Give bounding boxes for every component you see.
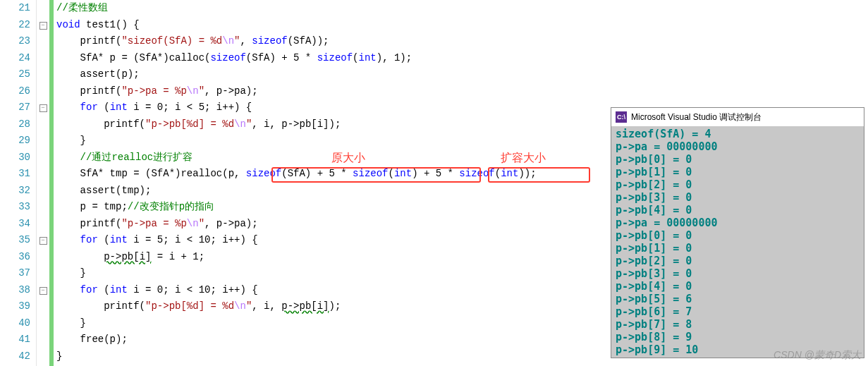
code-text: printf( <box>56 35 121 47</box>
console-output: sizeof(SfA) = 4 p->pa = 00000000 p->pb[0… <box>611 126 864 358</box>
vs-icon: C:\ <box>616 111 627 123</box>
console-line: p->pb[0] = 0 <box>616 153 860 166</box>
line-number: 36 <box>0 249 30 266</box>
fold-gutter: − − − − <box>37 0 49 366</box>
line-number: 23 <box>0 33 30 50</box>
line-number: 22 <box>0 17 30 34</box>
fold-toggle[interactable]: − <box>39 104 47 112</box>
console-titlebar[interactable]: C:\ Microsoft Visual Studio 调试控制台 <box>611 108 864 126</box>
line-number: 27 <box>0 99 30 116</box>
console-line: p->pb[6] = 7 <box>616 305 860 318</box>
line-number: 32 <box>0 183 30 200</box>
console-line: p->pb[2] = 0 <box>616 178 860 191</box>
fold-toggle[interactable]: − <box>39 287 47 295</box>
console-line: p->pb[1] = 0 <box>616 242 860 255</box>
console-line: p->pb[8] = 9 <box>616 331 860 343</box>
code-text: void <box>56 19 80 30</box>
console-line: p->pb[1] = 0 <box>616 166 860 178</box>
line-number: 24 <box>0 50 30 67</box>
line-number: 42 <box>0 348 30 365</box>
line-number: 35 <box>0 232 30 249</box>
line-number: 26 <box>0 83 30 100</box>
line-number: 31 <box>0 166 30 183</box>
console-line: p->pb[0] = 0 <box>616 229 860 242</box>
console-line: p->pb[7] = 8 <box>616 318 860 331</box>
line-number: 37 <box>0 265 30 282</box>
line-number: 33 <box>0 199 30 216</box>
console-line: p->pb[5] = 6 <box>616 293 860 305</box>
code-text: test1() { <box>80 19 140 30</box>
line-number: 41 <box>0 331 30 348</box>
console-title-text: Microsoft Visual Studio 调试控制台 <box>631 111 762 123</box>
line-number: 39 <box>0 298 30 315</box>
console-line: sizeof(SfA) = 4 <box>616 128 860 140</box>
line-number: 34 <box>0 216 30 233</box>
line-number: 40 <box>0 315 30 332</box>
annotation-original-size: 原大小 <box>331 151 365 166</box>
code-text: //柔性数组 <box>56 2 108 13</box>
debug-console-window[interactable]: C:\ Microsoft Visual Studio 调试控制台 sizeof… <box>611 107 864 358</box>
line-number: 29 <box>0 133 30 150</box>
console-line: p->pb[3] = 0 <box>616 267 860 280</box>
console-line: p->pb[3] = 0 <box>616 191 860 204</box>
watermark: CSDN @蒙奇D索大 <box>774 349 861 362</box>
line-number: 38 <box>0 282 30 299</box>
fold-toggle[interactable]: − <box>39 237 47 245</box>
fold-toggle[interactable]: − <box>39 22 47 30</box>
line-number: 25 <box>0 66 30 83</box>
console-line: p->pa = 00000000 <box>616 216 860 229</box>
console-line: p->pa = 00000000 <box>616 140 860 153</box>
line-number: 21 <box>0 0 30 17</box>
console-line: p->pb[4] = 0 <box>616 280 860 293</box>
line-number: 30 <box>0 150 30 166</box>
console-line: p->pb[4] = 0 <box>616 204 860 216</box>
line-number-gutter: 21 22 23 24 25 26 27 28 29 30 31 32 33 3… <box>0 0 37 366</box>
line-number: 28 <box>0 116 30 133</box>
change-indicator <box>49 0 54 366</box>
annotation-expand-size: 扩容大小 <box>501 151 546 166</box>
console-line: p->pb[2] = 0 <box>616 255 860 267</box>
